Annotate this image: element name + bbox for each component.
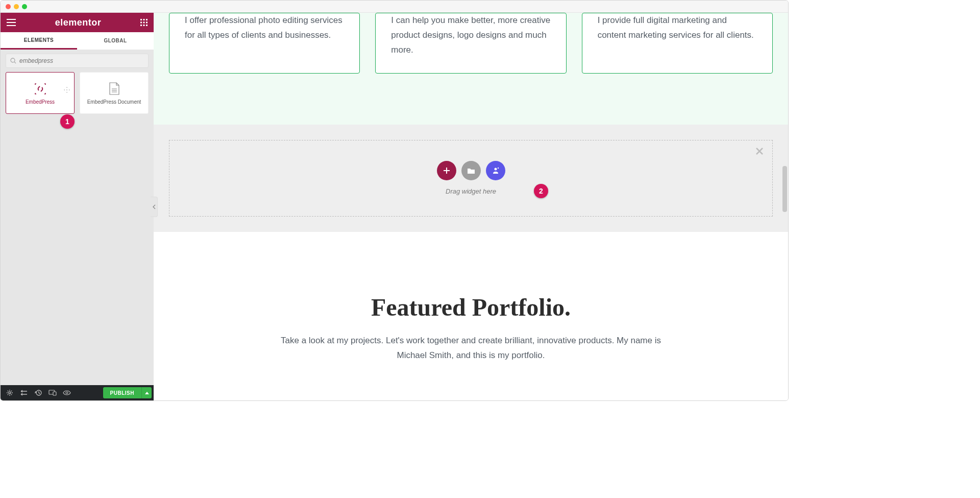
portfolio-heading: Featured Portfolio.	[184, 293, 757, 321]
widget-embedpress[interactable]: EmbedPress	[6, 72, 75, 114]
elementor-logo: elementor	[55, 17, 102, 28]
service-text: I can help you make better, more creativ…	[391, 13, 550, 58]
editor-canvas: 2 I offer professional photo editing ser…	[154, 13, 788, 400]
svg-rect-4	[143, 22, 145, 23]
svg-point-9	[11, 58, 15, 62]
add-template-button[interactable]	[461, 161, 481, 180]
svg-point-16	[494, 168, 497, 171]
svg-rect-7	[143, 25, 145, 26]
scrollbar-thumb[interactable]	[782, 166, 787, 212]
window-maximize-icon[interactable]	[22, 4, 27, 9]
collapse-sidebar-button[interactable]	[151, 197, 158, 217]
service-card[interactable]: I can help you make better, more creativ…	[375, 13, 566, 74]
svg-rect-6	[140, 25, 142, 26]
svg-point-15	[66, 392, 68, 394]
widget-label: EmbedPress	[26, 99, 55, 105]
scrollbar[interactable]	[781, 28, 787, 398]
search-input[interactable]	[19, 57, 144, 64]
widget-label: EmbedPress Document	[87, 99, 141, 105]
embedpress-icon	[33, 82, 47, 96]
svg-rect-14	[53, 392, 56, 395]
service-text: I offer professional photo editing servi…	[185, 13, 344, 43]
drop-zone-hint: Drag widget here	[446, 187, 496, 195]
elementor-sidebar: elementor ELEMENTS GLOBAL	[1, 13, 154, 400]
history-icon[interactable]	[31, 385, 45, 400]
service-text: I provide full digital marketing and con…	[598, 13, 757, 43]
tab-elements[interactable]: ELEMENTS	[1, 32, 77, 50]
document-icon	[107, 82, 121, 96]
settings-icon[interactable]	[3, 385, 17, 400]
window-title-bar	[1, 1, 788, 13]
apps-grid-icon[interactable]	[140, 19, 148, 26]
tab-global[interactable]: GLOBAL	[77, 32, 154, 50]
search-icon	[10, 58, 16, 64]
window-close-icon[interactable]	[6, 4, 11, 9]
annotation-badge-1: 1	[60, 114, 75, 129]
window-minimize-icon[interactable]	[14, 4, 19, 9]
sidebar-header: elementor	[1, 13, 154, 32]
publish-options-button[interactable]	[141, 387, 152, 398]
svg-rect-8	[146, 25, 148, 26]
responsive-icon[interactable]	[45, 385, 60, 400]
service-card[interactable]: I provide full digital marketing and con…	[582, 13, 773, 74]
svg-rect-2	[146, 19, 148, 20]
drag-handle-icon	[64, 87, 70, 93]
svg-point-17	[497, 168, 498, 169]
annotation-badge-2: 2	[534, 184, 548, 198]
preview-icon[interactable]	[60, 385, 74, 400]
close-icon[interactable]	[755, 147, 764, 156]
svg-rect-3	[140, 22, 142, 23]
svg-rect-5	[146, 22, 148, 23]
widget-embedpress-document[interactable]: EmbedPress Document	[80, 72, 149, 114]
svg-rect-0	[140, 19, 142, 20]
publish-button[interactable]: PUBLISH	[103, 387, 141, 398]
widget-drop-zone[interactable]: Drag widget here	[169, 140, 773, 217]
add-section-button[interactable]	[437, 161, 456, 180]
sidebar-footer: PUBLISH	[1, 385, 154, 400]
svg-rect-10	[66, 89, 67, 90]
service-card[interactable]: I offer professional photo editing servi…	[169, 13, 360, 74]
svg-point-11	[9, 392, 11, 394]
widget-search[interactable]	[6, 54, 149, 68]
ai-button[interactable]	[486, 161, 505, 180]
navigator-icon[interactable]	[17, 385, 31, 400]
svg-rect-1	[143, 19, 145, 20]
portfolio-description: Take a look at my projects. Let's work t…	[277, 334, 665, 363]
menu-icon[interactable]	[7, 19, 16, 26]
